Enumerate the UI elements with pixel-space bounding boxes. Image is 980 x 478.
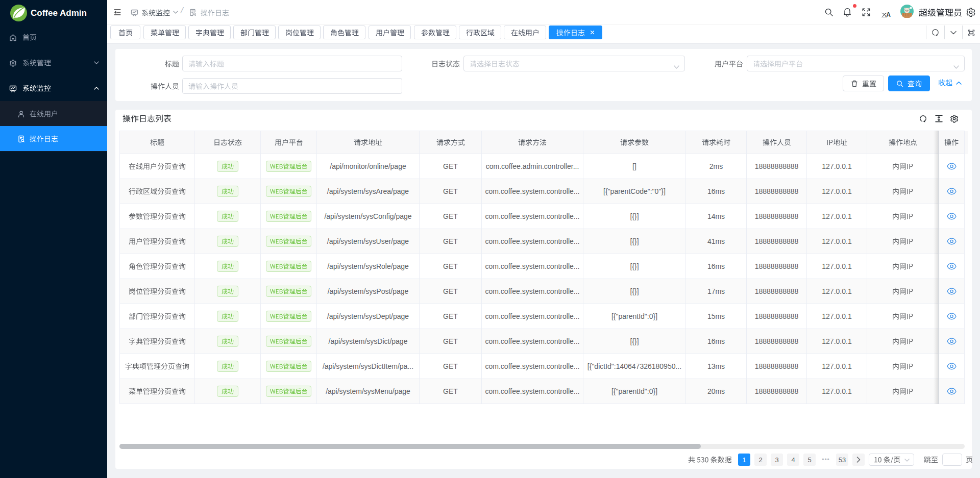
svg-text:A: A [886,11,891,17]
